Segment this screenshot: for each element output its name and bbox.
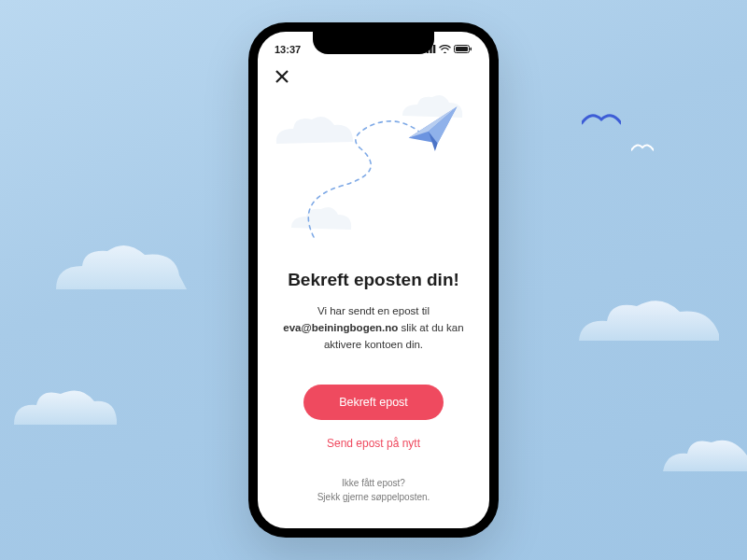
help-line-1: Ikke fått epost? bbox=[258, 476, 489, 490]
close-button[interactable] bbox=[275, 69, 293, 88]
svg-rect-3 bbox=[433, 45, 436, 53]
phone-screen: 13:37 bbox=[258, 32, 489, 528]
phone-frame: 13:37 bbox=[248, 22, 499, 538]
page-title: Bekreft eposten din! bbox=[278, 270, 469, 290]
paper-plane-illustration bbox=[258, 88, 489, 265]
wifi-icon bbox=[439, 44, 451, 55]
bird-decoration bbox=[631, 140, 654, 157]
svg-rect-5 bbox=[456, 47, 468, 51]
svg-rect-6 bbox=[471, 48, 472, 50]
confirm-email-label: Bekreft epost bbox=[339, 396, 408, 409]
battery-icon bbox=[454, 44, 472, 55]
close-icon bbox=[275, 69, 289, 84]
description-text: Vi har sendt en epost til eva@beiningbog… bbox=[278, 303, 469, 353]
bird-decoration bbox=[582, 110, 621, 133]
background-sky: 13:37 bbox=[0, 0, 747, 560]
cloud-decoration bbox=[14, 383, 117, 425]
resend-email-link[interactable]: Send epost på nytt bbox=[278, 437, 469, 450]
cloud-decoration bbox=[56, 238, 187, 289]
confirm-email-button[interactable]: Bekreft epost bbox=[303, 385, 444, 420]
status-time: 13:37 bbox=[275, 44, 301, 55]
phone-notch bbox=[313, 32, 434, 54]
email-address: eva@beiningbogen.no bbox=[283, 322, 398, 333]
cloud-decoration bbox=[663, 429, 747, 471]
cloud-decoration bbox=[579, 289, 719, 341]
help-text: Ikke fått epost? Sjekk gjerne søppelpost… bbox=[258, 476, 489, 504]
content-area: Bekreft eposten din! Vi har sendt en epo… bbox=[258, 270, 489, 450]
help-line-2: Sjekk gjerne søppelposten. bbox=[258, 490, 489, 504]
